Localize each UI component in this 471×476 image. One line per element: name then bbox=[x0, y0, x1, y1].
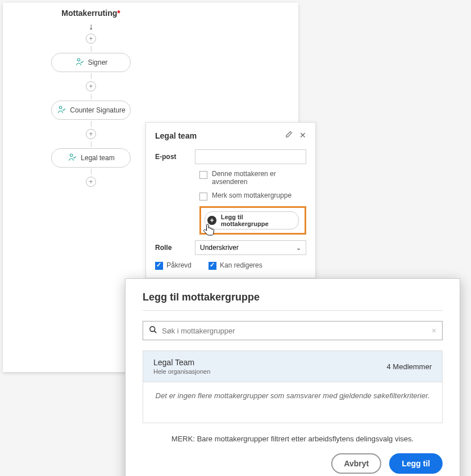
group-checkbox[interactable] bbox=[199, 193, 207, 201]
group-row[interactable]: Legal Team Hele organisasjonen 4 Medlemm… bbox=[143, 351, 442, 382]
required-checkbox[interactable] bbox=[155, 262, 163, 270]
add-step-button[interactable]: + bbox=[86, 129, 96, 139]
edit-icon[interactable] bbox=[285, 131, 293, 140]
add-step-button[interactable]: + bbox=[86, 81, 96, 91]
svg-point-0 bbox=[77, 59, 80, 61]
person-icon bbox=[67, 152, 77, 164]
search-icon bbox=[149, 325, 157, 336]
group-scope: Hele organisasjonen bbox=[153, 368, 210, 375]
role-select[interactable]: Underskriver ⌄ bbox=[195, 240, 306, 255]
chevron-down-icon: ⌄ bbox=[296, 244, 301, 252]
recipient-detail-panel: Legal team ✕ E-post Denne mottakeren er … bbox=[145, 122, 316, 278]
svg-point-1 bbox=[60, 106, 62, 109]
routing-step-counter[interactable]: Counter Signature bbox=[51, 101, 131, 120]
routing-step-signer[interactable]: Signer bbox=[51, 53, 131, 72]
search-box[interactable]: × bbox=[143, 321, 443, 340]
add-group-modal: Legg til mottakergruppe × Legal Team Hel… bbox=[125, 278, 460, 476]
clear-search-icon[interactable]: × bbox=[432, 326, 436, 335]
group-checkbox-label: Merk som mottakergruppe bbox=[212, 191, 291, 199]
required-label: Påkrevd bbox=[166, 261, 191, 269]
routing-section: Mottakerruting* ↓ + Signer + Counter Sig… bbox=[34, 9, 148, 189]
cancel-button[interactable]: Avbryt bbox=[331, 453, 381, 474]
cursor-hand-icon bbox=[202, 223, 216, 241]
detail-title: Legal team bbox=[155, 131, 197, 140]
group-name: Legal Team bbox=[153, 358, 210, 367]
role-label: Rolle bbox=[155, 244, 195, 252]
group-empty-message: Det er ingen flere mottakergrupper som s… bbox=[143, 382, 442, 423]
group-list: Legal Team Hele organisasjonen 4 Medlemm… bbox=[143, 350, 443, 423]
person-icon bbox=[74, 57, 85, 69]
editable-label: Kan redigeres bbox=[220, 261, 262, 269]
search-input[interactable] bbox=[162, 327, 432, 335]
arrow-down-icon: ↓ bbox=[89, 22, 93, 31]
editable-checkbox[interactable] bbox=[209, 262, 216, 270]
email-input[interactable] bbox=[195, 149, 306, 164]
svg-point-2 bbox=[70, 154, 73, 157]
add-step-button[interactable]: + bbox=[86, 177, 96, 187]
email-label: E-post bbox=[155, 153, 195, 161]
add-step-button[interactable]: + bbox=[86, 34, 96, 44]
add-recipient-group-button[interactable]: + Legg til mottakergruppe bbox=[205, 211, 299, 229]
sender-checkbox[interactable] bbox=[199, 171, 207, 179]
modal-note: MERK: Bare mottakergrupper filtrert ette… bbox=[143, 435, 443, 443]
svg-point-3 bbox=[150, 326, 155, 331]
close-icon[interactable]: ✕ bbox=[299, 131, 306, 140]
sender-checkbox-label: Denne mottakeren er avsenderen bbox=[212, 170, 306, 186]
routing-step-legal[interactable]: Legal team bbox=[51, 148, 131, 168]
add-button[interactable]: Legg til bbox=[389, 453, 443, 474]
group-members: 4 Medlemmer bbox=[387, 362, 432, 371]
modal-title: Legg til mottakergruppe bbox=[143, 291, 443, 303]
add-group-highlight: + Legg til mottakergruppe bbox=[199, 206, 306, 235]
person-icon bbox=[56, 105, 66, 116]
routing-title: Mottakerruting* bbox=[34, 9, 148, 18]
